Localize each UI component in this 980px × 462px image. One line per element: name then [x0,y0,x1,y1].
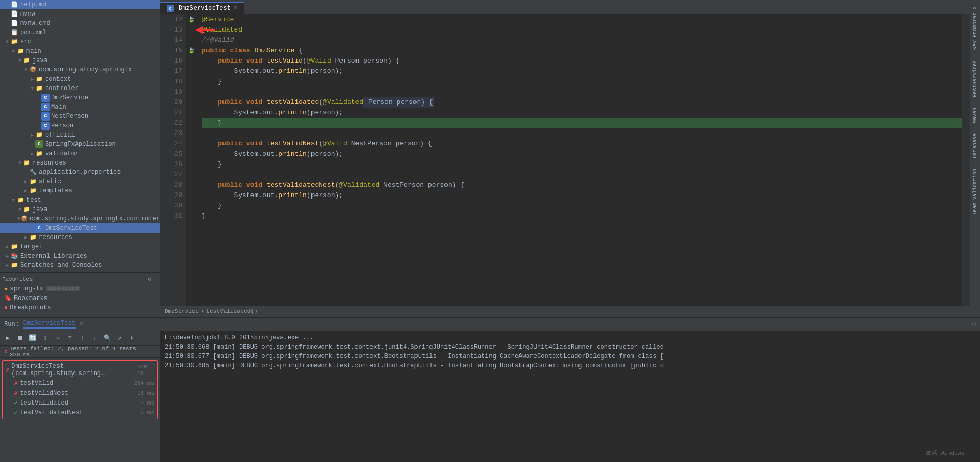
favorite-springfx[interactable]: ★ spring-fx auto-added [2,284,158,293]
tree-label: src [20,38,32,46]
gutter-16 [186,56,197,66]
tree-item-mvnwcmd[interactable]: 📄 mvnw.cmd [0,19,160,28]
key-promoter-tab[interactable]: Key Promoter X [971,2,979,54]
tree-item-helpmd[interactable]: 📄 help.md [0,0,160,9]
run-tab-close[interactable]: × [80,321,83,328]
test-item-testvalid[interactable]: ✗ testValid 294 ms [4,378,156,388]
tree-label: External Libraries [20,252,87,260]
run-tab-name[interactable]: DmzServiceTest [23,320,76,329]
tab-class-icon: C [167,5,174,12]
class-icon: C [41,112,50,121]
expand-arrow: ▼ [10,198,17,203]
tree-item-dmzservice[interactable]: C DmzService [0,93,160,102]
tree-item-pomxml[interactable]: 📋 pom.xml [0,28,160,37]
tree-item-main[interactable]: ▼ 📁 main [0,47,160,56]
tab-close-button[interactable]: × [234,5,237,12]
folder-icon: 📁 [23,205,31,214]
class-icon: C [41,103,50,111]
file-tree[interactable]: 📄 help.md 📄 mvnw 📄 mvnw.cmd 📋 pom.xml ▼ … [0,0,160,317]
tree-label: mvnw [20,10,35,18]
folder-icon: 📚 [10,252,19,260]
team-validation-tab[interactable]: Team Validation [971,165,979,219]
test-results-panel: ▶ ⏹ 🔄 ↕ ↔ ≡ ↑ ↓ 🔍 ↗ ⬇ ✗ Tests failed: 2,… [0,331,160,462]
test-item-testvalidnest[interactable]: ✗ testValidNest 16 ms [4,388,156,398]
tree-item-main2[interactable]: C Main [0,102,160,112]
find-button[interactable]: 🔍 [101,333,113,344]
tree-item-mvnw[interactable]: 📄 mvnw [0,9,160,19]
breadcrumb-dmzservice: DmzService [165,308,199,315]
tree-label: DmzServiceTest [45,225,97,232]
sort-v-button[interactable]: ↕ [39,333,51,344]
code-text: { [294,46,303,56]
code-line-19 [202,87,962,97]
tree-label: java [33,206,48,213]
log-line-3: 21:50:30.685 [main] DEBUG org.springfram… [165,361,976,370]
line-num-31: 31 [160,211,182,221]
keyword: public [218,97,246,108]
up-button[interactable]: ↑ [77,333,88,344]
gutter-30 [186,201,197,211]
tree-item-official[interactable]: ▶ 📁 official [0,130,160,140]
tree-item-target[interactable]: ▶ 📁 target [0,242,160,251]
tree-item-package1[interactable]: ▼ 📦 com.spring.study.springfx [0,65,160,74]
import-button[interactable]: ⬇ [126,333,138,344]
gutter-22 [186,118,197,128]
database-tab[interactable]: Database [971,129,979,162]
down-button[interactable]: ↓ [89,333,100,344]
log-output[interactable]: E:\develop\jdk1.8.0_201\bin\java.exe ...… [160,331,980,462]
tree-item-extlibs[interactable]: ▶ 📚 External Libraries [0,251,160,261]
test-parent-item[interactable]: ✗ DmzServiceTest (com.spring.study.sprin… [4,362,156,378]
tree-item-person[interactable]: C Person [0,121,160,130]
stop-button[interactable]: ⏹ [14,333,26,344]
tree-item-scratches[interactable]: ▶ 📁 Scratches and Consoles [0,261,160,270]
tab-dmzservicetest[interactable]: C DmzServiceTest × [160,2,244,14]
tree-item-resources2[interactable]: ▶ 📁 resources [0,233,160,242]
code-editor[interactable]: @Service @Validated //@Valid public clas… [197,14,962,306]
file-icon: 📄 [10,19,19,27]
tree-item-nestperson[interactable]: C NestPerson [0,112,160,121]
favorites-settings-icon[interactable]: ⚙ [148,276,152,282]
tree-item-package2[interactable]: ▼ 📦 com.spring.study.springfx.controler [0,214,160,223]
bookmarks-item[interactable]: 🔖 Bookmarks [2,293,158,303]
export-button[interactable]: ↗ [114,333,125,344]
tree-item-java1[interactable]: ▼ 📁 java [0,56,160,65]
keyword: void [246,56,266,66]
tree-item-springfxapp[interactable]: C SpringFxApplication [0,140,160,149]
code-line-27 [202,170,962,180]
line-num-26: 26 [160,159,182,170]
tree-item-java2[interactable]: ▼ 📁 java [0,205,160,214]
code-text: } [202,211,206,221]
favorites-minus-icon[interactable]: − [154,276,158,282]
expand-arrow: ▶ [29,132,35,138]
list-button[interactable]: ≡ [64,333,76,344]
code-line-13: @Validated [202,25,962,35]
fail-status-icon: ✗ [6,366,9,374]
rest-services-tab[interactable]: RestServices [971,56,979,101]
tree-item-dmzservicetest[interactable]: C DmzServiceTest [0,223,160,233]
keyword: void [246,180,266,190]
tree-item-resources1[interactable]: ▼ 📁 resources [0,158,160,168]
gear-icon[interactable]: ⚙ [972,320,976,328]
tree-item-static[interactable]: ▶ 📁 static [0,177,160,186]
tree-item-test[interactable]: ▼ 📁 test [0,196,160,205]
code-text: System.out. [202,108,278,118]
play-button[interactable]: ▶ [2,333,13,344]
tree-item-controler[interactable]: ▼ 📁 controler [0,84,160,93]
tree-item-validator[interactable]: ▶ 📁 validator [0,149,160,158]
tree-label: help.md [20,1,46,8]
gutter-28 [186,180,197,190]
breadcrumb: DmzService › testValidated() [160,306,970,317]
folder-icon: 📁 [29,187,37,195]
package-icon: 📦 [29,66,37,74]
tree-item-appprops[interactable]: 🔧 application.properties [0,168,160,177]
test-item-testvalidatednest[interactable]: ✓ testValidatedNest 3 ms [4,408,156,418]
breakpoints-item[interactable]: ● Breakpoints [2,303,158,312]
tree-item-templates[interactable]: ▶ 📁 templates [0,186,160,196]
sort-h-button[interactable]: ↔ [52,333,63,344]
line-num-25: 25 [160,149,182,159]
maven-tab[interactable]: Maven [971,103,979,127]
rerun-button[interactable]: 🔄 [27,333,38,344]
tree-item-context[interactable]: ▶ 📁 context [0,74,160,84]
test-item-testvalidated[interactable]: ✓ testValidated 7 ms [4,398,156,408]
tree-item-src[interactable]: ▼ 📁 src [0,37,160,47]
